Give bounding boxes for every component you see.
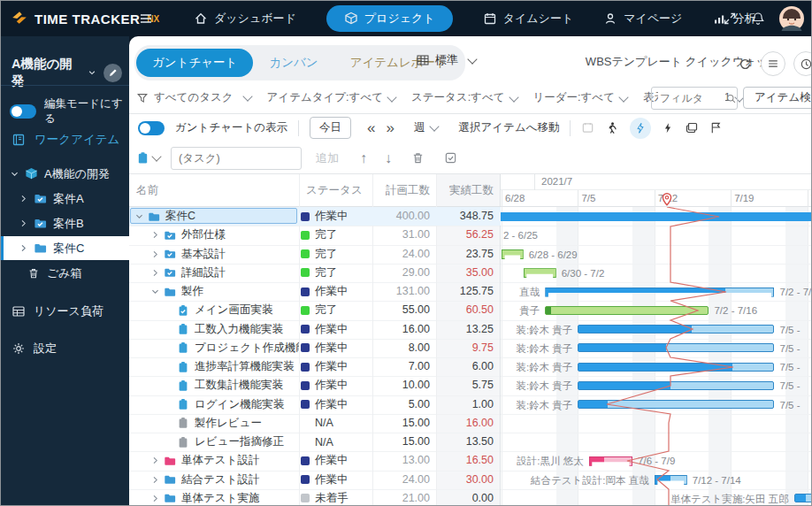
table-row[interactable]: プロジェクト作成機能実装作業中8.009.75 [129, 339, 501, 357]
sidebar-tree-item-案件B[interactable]: 案件B [1, 211, 129, 235]
sidebar-item-trash[interactable]: ごみ箱 [1, 262, 129, 285]
task-filter-dropdown[interactable]: すべてのタスク [136, 90, 251, 105]
sidebar-tree-item-root[interactable]: A機能の開発 [1, 162, 129, 186]
table-row[interactable]: レビュー指摘修正N/A15.0013.50 [129, 433, 501, 451]
edit-mode-toggle-row[interactable]: 編集モードにする [10, 96, 129, 126]
chevron-down-icon[interactable] [134, 211, 144, 221]
table-row[interactable]: 基本設計完了24.0023.75 [129, 245, 501, 264]
tab-ガントチャート[interactable]: ガントチャート [136, 49, 253, 77]
gantt-bar[interactable] [578, 325, 774, 334]
bolt-outline-icon[interactable] [630, 118, 651, 139]
name-cell[interactable]: 基本設計 [129, 245, 299, 264]
chevron-right-icon[interactable] [150, 456, 160, 465]
name-cell[interactable]: レビュー指摘修正 [129, 433, 299, 451]
critical-path-icon[interactable] [605, 121, 619, 135]
history-button[interactable] [793, 51, 812, 76]
bell-icon[interactable] [751, 12, 765, 26]
gantt-bar[interactable] [578, 381, 774, 390]
move-up-button[interactable]: ↑ [360, 150, 367, 166]
name-cell[interactable]: メイン画面実装 [129, 301, 299, 319]
name-cell[interactable]: 詳細設計 [129, 264, 299, 282]
filter-input[interactable] [658, 91, 725, 105]
name-cell[interactable]: 単体テスト実施 [129, 489, 299, 506]
chevron-right-icon[interactable] [150, 268, 160, 278]
name-cell[interactable]: 工数集計機能実装 [129, 376, 299, 395]
nav-cube[interactable]: プロジェクト [326, 5, 453, 32]
table-row[interactable]: 工数集計機能実装作業中10.005.75 [129, 376, 501, 395]
leader-dropdown[interactable]: リーダー:すべて [533, 90, 627, 105]
gantt-bar[interactable] [578, 363, 774, 372]
table-row[interactable]: 結合テスト設計作業中24.0030.00 [129, 471, 501, 489]
gantt-bar[interactable] [589, 456, 632, 466]
delete-icon[interactable] [411, 151, 425, 165]
period-icon[interactable] [581, 121, 594, 134]
column-header-3[interactable]: 実績工数 [436, 174, 494, 207]
chevron-right-icon[interactable] [19, 194, 28, 203]
gantt-visibility-toggle[interactable] [138, 121, 165, 135]
table-row[interactable]: 単体テスト設計作業中13.0016.50 [129, 451, 501, 470]
user-avatar[interactable] [779, 6, 804, 31]
table-row[interactable]: 案件C作業中400.00348.75 [129, 207, 501, 226]
gantt-bar[interactable] [502, 249, 524, 259]
gantt-bar[interactable] [524, 268, 556, 278]
table-row[interactable]: 単体テスト実施未着手21.000.00 [129, 489, 501, 506]
name-cell[interactable]: 単体テスト設計 [129, 451, 299, 470]
name-cell[interactable]: 進捗率計算機能実装 [129, 357, 299, 376]
refresh-icon[interactable] [738, 57, 753, 72]
tab-カンバン[interactable]: カンバン [253, 49, 333, 77]
name-cell[interactable]: 工数入力機能実装 [129, 320, 299, 339]
chevron-right-icon[interactable] [150, 475, 160, 485]
gantt-bar[interactable] [578, 400, 774, 409]
edit-mode-toggle[interactable] [10, 104, 36, 119]
name-cell[interactable]: 外部仕様 [129, 226, 299, 244]
gantt-bar[interactable] [545, 306, 709, 315]
table-row[interactable]: 製作レビューN/A15.0016.00 [129, 414, 501, 433]
bolt-icon[interactable] [662, 122, 674, 134]
flag-icon[interactable] [709, 121, 723, 134]
name-cell[interactable]: ログイン機能実装 [129, 395, 299, 414]
table-row[interactable]: ログイン機能実装作業中5.001.00 [129, 395, 501, 414]
column-header-2[interactable]: 計画工数 [372, 174, 430, 207]
name-cell[interactable]: 案件C [129, 207, 299, 226]
edit-project-button[interactable] [103, 64, 122, 82]
gantt-bar[interactable] [545, 288, 774, 297]
sidebar-item-resource[interactable]: リソース負荷 [1, 300, 129, 323]
name-cell[interactable]: プロジェクト作成機能実装 [129, 339, 299, 357]
item-search-button[interactable]: アイテム検索 [743, 87, 812, 109]
gantt-bar[interactable] [578, 343, 774, 352]
next-period-button[interactable]: » [387, 119, 395, 137]
gantt-bar[interactable] [655, 475, 687, 485]
chevron-right-icon[interactable] [150, 494, 160, 503]
chevron-down-icon[interactable] [151, 151, 161, 161]
nav-calendar[interactable]: タイムシート [483, 11, 574, 27]
table-row[interactable]: 詳細設計完了29.0035.00 [129, 264, 501, 282]
status-date-pin[interactable] [660, 192, 674, 207]
sidebar-item-workitems[interactable]: ワークアイテム [11, 132, 119, 148]
table-row[interactable]: 外部仕様完了31.0056.25 [129, 226, 501, 244]
name-cell[interactable]: 結合テスト設計 [129, 471, 299, 489]
chevron-right-icon[interactable] [19, 243, 28, 253]
sidebar-item-settings[interactable]: 設定 [1, 337, 129, 360]
new-task-input[interactable] [171, 147, 302, 170]
menu-button[interactable] [761, 51, 785, 76]
sidebar-tree-item-案件A[interactable]: 案件A [1, 187, 129, 211]
prev-period-button[interactable]: « [367, 119, 375, 137]
app-logo[interactable]: TIME TRACKERNX [10, 1, 159, 36]
add-button[interactable]: 追加 [316, 150, 339, 166]
name-cell[interactable]: 製作レビュー [129, 414, 299, 433]
expand-icon[interactable] [723, 12, 737, 26]
nav-home[interactable]: ダッシュボード [194, 11, 296, 27]
column-header-0[interactable]: 名前 [136, 174, 299, 207]
copy-icon[interactable] [685, 121, 699, 135]
chevron-down-icon[interactable] [10, 169, 19, 179]
multi-select-icon[interactable] [444, 151, 457, 165]
column-header-1[interactable]: ステータス [306, 174, 368, 207]
layout-selector[interactable]: 標準 [416, 52, 476, 68]
wbs-template-button[interactable]: WBSテンプレート [586, 54, 682, 70]
today-button[interactable]: 今日 [310, 117, 351, 139]
nav-person[interactable]: マイページ [603, 11, 682, 27]
move-to-item-button[interactable]: 選択アイテムへ移動 [459, 120, 560, 135]
table-row[interactable]: 進捗率計算機能実装作業中7.006.00 [129, 357, 501, 376]
chevron-down-icon[interactable] [150, 287, 160, 296]
chevron-right-icon[interactable] [150, 249, 160, 259]
